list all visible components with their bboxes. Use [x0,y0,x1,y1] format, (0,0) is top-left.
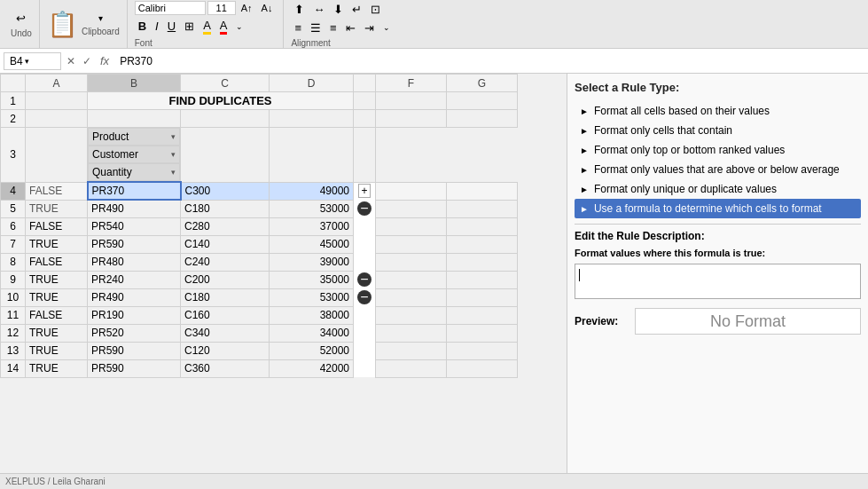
col-header-d[interactable]: D [270,75,354,92]
cell-f7[interactable] [376,235,447,253]
cell-a5[interactable]: TRUE [26,200,88,217]
cell-c12[interactable]: C340 [181,324,270,342]
col-header-c[interactable]: C [181,75,270,92]
remove-row-icon-5[interactable]: − [357,201,371,216]
cell-e10[interactable]: − [354,288,376,306]
remove-row-icon-9[interactable]: − [357,272,371,287]
cell-g7[interactable] [447,235,518,253]
cell-a1[interactable] [26,92,88,110]
cell-b6[interactable]: PR540 [88,217,181,235]
font-grow-button[interactable]: A↑ [238,1,256,15]
cell-f3[interactable] [270,128,354,183]
font-name[interactable]: Calibri [135,1,206,15]
cell-f11[interactable] [376,306,447,324]
cell-d11[interactable]: 38000 [270,306,354,324]
col-header-b[interactable]: B [88,75,181,92]
cell-b5[interactable]: PR490 [88,200,181,217]
rule-item-6[interactable]: ► Use a formula to determine which cells… [575,199,861,218]
remove-row-icon-10[interactable]: − [357,290,371,304]
cell-d4[interactable]: 49000 [270,182,354,200]
font-shrink-button[interactable]: A↓ [258,1,277,15]
italic-button[interactable]: I [152,18,162,35]
cell-a2[interactable] [26,110,88,128]
cell-c8[interactable]: C240 [181,253,270,271]
cell-d14[interactable]: 42000 [270,359,354,377]
cell-d13[interactable]: 52000 [270,342,354,359]
cell-a13[interactable]: TRUE [26,342,88,359]
confirm-icon[interactable]: ✓ [81,53,93,69]
cell-b7[interactable]: PR590 [88,235,181,253]
cell-b14[interactable]: PR590 [88,359,181,377]
cell-g9[interactable] [447,271,518,288]
cell-a6[interactable]: FALSE [26,217,88,235]
cell-d8[interactable]: 39000 [270,253,354,271]
font-dialog-button[interactable]: ⌄ [232,20,246,33]
cell-f14[interactable] [376,359,447,377]
col-header-g[interactable]: G [447,75,518,92]
cell-a10[interactable]: TRUE [26,288,88,306]
cell-f5[interactable] [376,200,447,217]
fill-color-button[interactable]: A [199,17,215,36]
bold-button[interactable]: B [135,18,150,35]
font-color-button[interactable]: A [216,17,231,36]
cell-a11[interactable]: FALSE [26,306,88,324]
cell-f10[interactable] [376,288,447,306]
col-d-header-cell[interactable]: Quantity ▾ [88,163,180,181]
cell-f6[interactable] [376,217,447,235]
cell-a9[interactable]: TRUE [26,271,88,288]
alignment-dialog-button[interactable]: ⌄ [379,20,394,36]
add-row-icon[interactable]: + [358,184,370,198]
cell-c6[interactable]: C280 [181,217,270,235]
col-b-header-cell[interactable]: Product ▾ [88,128,180,146]
col-header-e[interactable] [354,75,376,92]
cell-a4[interactable]: FALSE [26,182,88,200]
cell-b4[interactable]: PR370 [88,182,181,200]
cell-e9[interactable]: − [354,271,376,288]
cell-title[interactable]: FIND DUPLICATES [88,92,354,110]
cancel-icon[interactable]: ✕ [65,53,77,69]
underline-button[interactable]: U [164,18,179,35]
cell-g3[interactable] [354,128,376,183]
cell-b10[interactable]: PR490 [88,288,181,306]
col-header-a[interactable]: A [26,75,88,92]
cell-f1[interactable] [376,92,447,110]
cell-b8[interactable]: PR480 [88,253,181,271]
align-top-button[interactable]: ⬆ [291,1,308,18]
cell-g5[interactable] [447,200,518,217]
cell-b12[interactable]: PR520 [88,324,181,342]
formula-input[interactable] [116,53,864,69]
cell-e4[interactable]: + [354,182,376,200]
cell-reference[interactable]: B4 ▾ [4,52,61,70]
align-center-button[interactable]: ☰ [307,20,325,36]
align-middle-button[interactable]: ↔ [309,1,328,18]
cell-f9[interactable] [376,271,447,288]
merge-button[interactable]: ⊡ [367,1,384,18]
align-left-button[interactable]: ≡ [291,20,305,36]
align-right-button[interactable]: ≡ [326,20,340,36]
cell-c11[interactable]: C160 [181,306,270,324]
cell-d10[interactable]: 53000 [270,288,354,306]
cell-c14[interactable]: C360 [181,359,270,377]
cell-g10[interactable] [447,288,518,306]
formula-input-box[interactable] [575,264,861,299]
cell-c2[interactable] [181,110,270,128]
cell-d2[interactable] [270,110,354,128]
cell-c5[interactable]: C180 [181,200,270,217]
decrease-indent-button[interactable]: ⇤ [342,20,359,36]
cell-c13[interactable]: C120 [181,342,270,359]
cell-a8[interactable]: FALSE [26,253,88,271]
col-header-f[interactable]: F [376,75,447,92]
cell-b9[interactable]: PR240 [88,271,181,288]
cell-f12[interactable] [376,324,447,342]
border-button[interactable]: ⊞ [181,18,198,35]
cell-g6[interactable] [447,217,518,235]
customer-dropdown-icon[interactable]: ▾ [171,150,176,159]
cell-e5[interactable]: − [354,200,376,217]
cell-ref-dropdown[interactable]: ▾ [25,57,29,66]
cell-f2[interactable] [376,110,447,128]
cell-a3[interactable] [26,128,88,183]
cell-g2[interactable] [447,110,518,128]
rule-item-5[interactable]: ► Format only unique or duplicate values [575,179,861,199]
cell-c7[interactable]: C140 [181,235,270,253]
cell-g12[interactable] [447,324,518,342]
